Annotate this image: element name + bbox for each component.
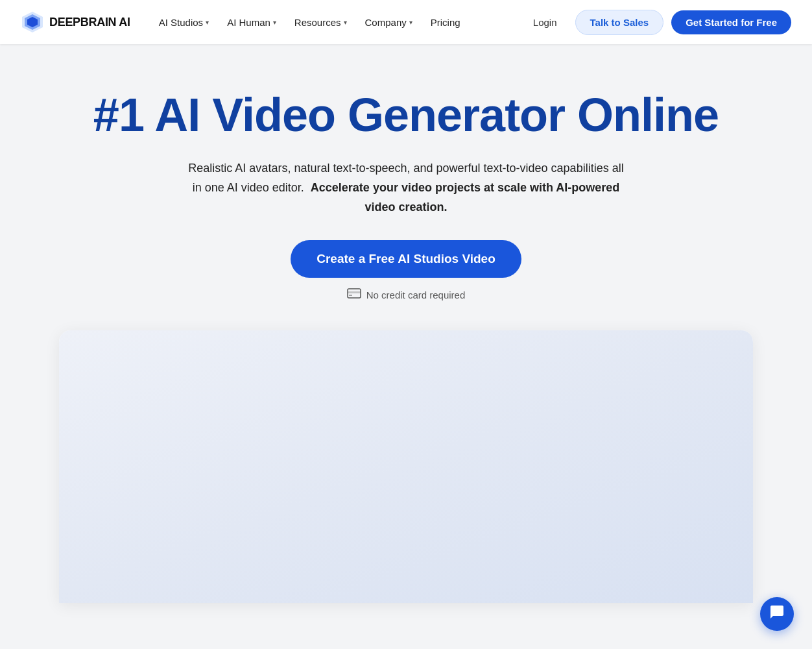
hero-title: #1 AI Video Generator Online <box>93 90 719 141</box>
navbar: DEEPBRAIN AI AI Studios ▾ AI Human ▾ Res… <box>0 0 812 44</box>
no-credit-card-notice: No credit card required <box>347 288 466 302</box>
logo-text: DEEPBRAIN AI <box>49 16 130 29</box>
chevron-down-icon: ▾ <box>273 19 276 26</box>
logo-link[interactable]: DEEPBRAIN AI <box>21 10 130 34</box>
get-started-button[interactable]: Get Started for Free <box>671 10 791 34</box>
svg-rect-5 <box>349 295 352 296</box>
chevron-down-icon: ▾ <box>344 19 347 26</box>
chat-bubble-button[interactable] <box>760 597 794 631</box>
nav-item-resources[interactable]: Resources ▾ <box>287 12 355 33</box>
login-button[interactable]: Login <box>523 12 567 33</box>
demo-container <box>59 330 753 603</box>
hero-desc-bold: Accelerate your video projects at scale … <box>311 181 620 214</box>
credit-card-icon <box>347 288 361 302</box>
chat-icon <box>769 604 785 624</box>
nav-item-ai-human[interactable]: AI Human ▾ <box>219 12 284 33</box>
nav-links: AI Studios ▾ AI Human ▾ Resources ▾ Comp… <box>151 12 523 33</box>
talk-to-sales-button[interactable]: Talk to Sales <box>575 10 664 35</box>
nav-item-pricing[interactable]: Pricing <box>423 12 468 33</box>
hero-cta-button[interactable]: Create a Free AI Studios Video <box>291 240 521 278</box>
nav-item-company[interactable]: Company ▾ <box>357 12 420 33</box>
nav-actions: Login Talk to Sales Get Started for Free <box>523 10 791 35</box>
hero-description: Realistic AI avatars, natural text-to-sp… <box>185 159 627 217</box>
main-content: #1 AI Video Generator Online Realistic A… <box>0 0 812 629</box>
demo-placeholder <box>59 330 753 603</box>
no-cc-text: No credit card required <box>366 289 466 300</box>
chevron-down-icon: ▾ <box>409 19 412 26</box>
nav-item-ai-studios[interactable]: AI Studios ▾ <box>151 12 217 33</box>
chevron-down-icon: ▾ <box>206 19 209 26</box>
hero-section: #1 AI Video Generator Online Realistic A… <box>0 44 812 629</box>
svg-rect-4 <box>348 291 361 293</box>
logo-icon <box>21 10 44 34</box>
